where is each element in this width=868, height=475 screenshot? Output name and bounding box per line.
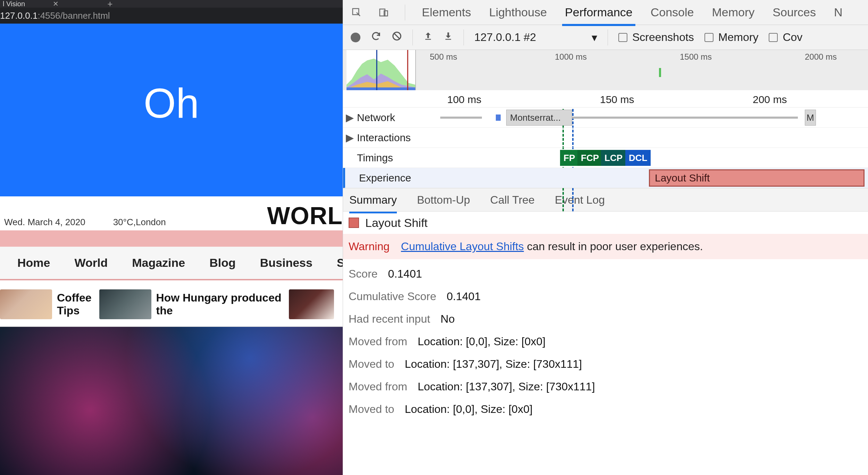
network-request[interactable]: M <box>805 110 816 126</box>
page-headline: WORL <box>267 202 343 230</box>
profile-select[interactable]: 127.0.0.1 #2 ▾ <box>474 31 597 44</box>
browser-tabstrip: l Vision ✕ + <box>0 0 343 8</box>
summary-row: Score0.1401 <box>343 266 868 282</box>
cls-highlight-overlay <box>0 230 343 246</box>
tab-sources[interactable]: Sources <box>771 6 817 19</box>
devtools-pane: Elements Lighthouse Performance Console … <box>343 0 868 475</box>
separator <box>464 29 464 45</box>
cls-docs-link[interactable]: Cumulative Layout Shifts <box>401 240 524 253</box>
network-bar[interactable] <box>496 114 501 121</box>
reload-icon[interactable] <box>371 31 381 44</box>
separator <box>608 29 608 45</box>
card-thumb <box>99 289 151 319</box>
network-segment[interactable] <box>572 117 798 119</box>
summary-row: Cumulative Score0.1401 <box>343 289 868 304</box>
track-timings[interactable]: Timings FP FCP LCP DCL <box>343 148 868 168</box>
nav-more[interactable]: S <box>337 256 343 270</box>
chevron-right-icon[interactable]: ▶ <box>345 132 354 144</box>
summary-title-row: Layout Shift <box>343 212 868 234</box>
browser-tab-title[interactable]: l Vision <box>3 0 25 8</box>
separator <box>405 5 405 20</box>
overview-marker <box>659 68 661 77</box>
summary-warning: Warning Cumulative Layout Shifts can res… <box>343 234 868 259</box>
timing-dcl[interactable]: DCL <box>625 150 651 166</box>
card[interactable]: How Hungary produced the <box>99 289 282 319</box>
subtab-call-tree[interactable]: Call Tree <box>490 194 535 206</box>
nav-home[interactable]: Home <box>17 256 50 270</box>
blank-icon <box>345 152 354 164</box>
tab-lighthouse[interactable]: Lighthouse <box>488 6 548 19</box>
clear-icon[interactable] <box>392 31 402 44</box>
close-icon[interactable]: ✕ <box>53 0 59 8</box>
tab-console[interactable]: Console <box>649 6 695 19</box>
perf-toolbar: 127.0.0.1 #2 ▾ Screenshots Memory Cov <box>343 25 868 50</box>
card-title: How Hungary produced the <box>156 291 282 317</box>
banner-text: Oh <box>143 79 199 127</box>
network-request[interactable]: Montserrat... <box>506 110 572 126</box>
page-banner: Oh <box>0 24 343 196</box>
summary-row: Moved fromLocation: [0,0], Size: [0x0] <box>343 334 868 349</box>
summary-row: Moved fromLocation: [137,307], Size: [73… <box>343 379 868 395</box>
tab-performance[interactable]: Performance <box>564 6 634 19</box>
subtab-summary[interactable]: Summary <box>349 194 397 206</box>
svg-rect-7 <box>347 87 415 90</box>
page-meta-row: Wed. March 4, 2020 30°C,London WORL <box>0 196 343 230</box>
perf-subtabs: Summary Bottom-Up Call Tree Event Log <box>343 188 868 212</box>
browser-pane: l Vision ✕ + 127.0.0.1:4556/banner.html … <box>0 0 343 475</box>
timing-fp[interactable]: FP <box>560 150 578 166</box>
track-experience[interactable]: Experience Layout Shift <box>343 168 868 188</box>
download-icon[interactable] <box>443 31 453 44</box>
url-path: :4556/banner.html <box>37 10 110 21</box>
card[interactable]: Coffee Tips <box>0 289 92 319</box>
upload-icon[interactable] <box>423 31 433 44</box>
checkbox-screenshots[interactable]: Screenshots <box>618 31 694 44</box>
timing-lcp[interactable]: LCP <box>601 150 626 166</box>
summary-row: Moved toLocation: [0,0], Size: [0x0] <box>343 401 868 417</box>
card-title: Coffee Tips <box>57 291 92 317</box>
device-toggle-icon[interactable] <box>378 7 390 18</box>
blank-icon <box>347 172 356 184</box>
layout-shift-event[interactable]: Layout Shift <box>649 169 865 187</box>
separator <box>412 29 413 45</box>
checkbox-memory[interactable]: Memory <box>704 31 759 44</box>
checkbox-coverage[interactable]: Cov <box>769 31 802 44</box>
inspect-icon[interactable] <box>351 7 362 18</box>
timing-fcp[interactable]: FCP <box>577 150 602 166</box>
svg-rect-5 <box>445 39 451 40</box>
network-segment[interactable] <box>440 117 482 119</box>
overview-minimap[interactable] <box>347 50 416 90</box>
nav-blog[interactable]: Blog <box>209 256 236 270</box>
tab-memory[interactable]: Memory <box>711 6 756 19</box>
page-cards-row: Coffee Tips How Hungary produced the <box>0 280 343 327</box>
url-host: 127.0.0.1 <box>0 10 37 21</box>
perf-overview[interactable]: 500 ms 1000 ms 1500 ms 2000 ms <box>343 50 868 90</box>
hero-image <box>0 327 343 475</box>
summary-row: Had recent inputNo <box>343 311 868 327</box>
warning-text: can result in poor user experiences. <box>524 240 703 253</box>
address-bar[interactable]: 127.0.0.1:4556/banner.html <box>0 8 343 24</box>
track-interactions[interactable]: ▶ Interactions <box>343 128 868 148</box>
track-network[interactable]: ▶ Network Montserrat... M <box>343 108 868 128</box>
flame-ruler[interactable]: 100 ms 150 ms 200 ms <box>343 90 868 108</box>
card-thumb <box>289 289 334 319</box>
summary-title: Layout Shift <box>365 216 428 230</box>
nav-magazine[interactable]: Magazine <box>132 256 185 270</box>
record-icon[interactable] <box>351 33 360 42</box>
chevron-down-icon: ▾ <box>592 31 597 44</box>
svg-rect-4 <box>425 39 431 40</box>
tab-elements[interactable]: Elements <box>420 6 473 19</box>
nav-business[interactable]: Business <box>260 256 312 270</box>
chevron-right-icon[interactable]: ▶ <box>345 111 354 124</box>
devtools-tabs: Elements Lighthouse Performance Console … <box>343 0 868 25</box>
event-color-swatch <box>349 218 359 228</box>
summary-row: Moved toLocation: [137,307], Size: [730x… <box>343 356 868 372</box>
warning-label: Warning <box>349 240 390 253</box>
page-weather: 30°C,London <box>113 217 166 228</box>
page-date: Wed. March 4, 2020 <box>4 217 85 228</box>
tab-more[interactable]: N <box>833 6 844 19</box>
card-thumb <box>0 289 52 319</box>
nav-world[interactable]: World <box>74 256 108 270</box>
subtab-bottom-up[interactable]: Bottom-Up <box>417 194 470 206</box>
page-nav: Home World Magazine Blog Business S <box>0 246 343 280</box>
